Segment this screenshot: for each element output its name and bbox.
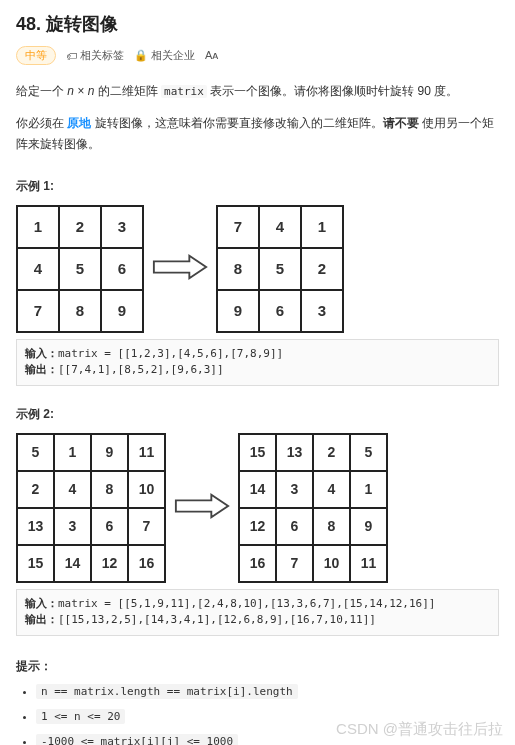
- constraint-item: 1 <= n <= 20: [36, 710, 499, 723]
- meta-tags[interactable]: 🏷 相关标签: [66, 48, 124, 63]
- n-times-n: n × n: [67, 84, 94, 98]
- output-text: [[15,13,2,5],[14,3,4,1],[12,6,8,9],[16,7…: [58, 613, 376, 626]
- desc-text: 的二维矩阵: [94, 84, 161, 98]
- matrix-cell: 7: [217, 206, 259, 248]
- tag-icon: 🏷: [66, 50, 77, 62]
- desc-text: 旋转图像，这意味着你需要直接修改输入的二维矩阵。: [91, 116, 382, 130]
- matrix-cell: 9: [91, 434, 128, 471]
- matrix-cell: 2: [59, 206, 101, 248]
- output-label: 输出：: [25, 613, 58, 626]
- matrix-cell: 3: [276, 471, 313, 508]
- meta-companies-label: 相关企业: [151, 48, 195, 63]
- matrix-cell: 4: [313, 471, 350, 508]
- arrow-icon: [152, 252, 208, 285]
- matrix-cell: 1: [301, 206, 343, 248]
- matrix-cell: 8: [59, 290, 101, 332]
- matrix-cell: 7: [276, 545, 313, 582]
- arrow-icon: [174, 491, 230, 524]
- meta-font[interactable]: Aᴀ: [205, 49, 219, 62]
- example-visual: 5191124810133671514121615132514341126891…: [16, 433, 499, 583]
- desc-text: 给定一个: [16, 84, 67, 98]
- matrix-cell: 3: [301, 290, 343, 332]
- matrix-cell: 11: [128, 434, 165, 471]
- matrix-cell: 12: [91, 545, 128, 582]
- desc-text: 表示一个图像。请你将图像顺时针旋转 90 度。: [207, 84, 458, 98]
- constraint-code: n == matrix.length == matrix[i].length: [36, 684, 298, 699]
- matrix-cell: 1: [350, 471, 387, 508]
- matrix-cell: 6: [91, 508, 128, 545]
- matrix-cell: 15: [17, 545, 54, 582]
- matrix-cell: 2: [301, 248, 343, 290]
- constraint-code: 1 <= n <= 20: [36, 709, 125, 724]
- problem-title: 48. 旋转图像: [16, 12, 118, 36]
- matrix-cell: 16: [128, 545, 165, 582]
- matrix-cell: 6: [259, 290, 301, 332]
- matrix-cell: 10: [128, 471, 165, 508]
- matrix-cell: 14: [54, 545, 91, 582]
- matrix-cell: 6: [101, 248, 143, 290]
- matrix-cell: 4: [17, 248, 59, 290]
- meta-tags-label: 相关标签: [80, 48, 124, 63]
- example-io: 输入：matrix = [[1,2,3],[4,5,6],[7,8,9]]输出：…: [16, 339, 499, 386]
- desc-bold: 请不要: [383, 116, 419, 130]
- matrix-cell: 7: [128, 508, 165, 545]
- example-io: 输入：matrix = [[5,1,9,11],[2,4,8,10],[13,3…: [16, 589, 499, 636]
- inplace-link[interactable]: 原地: [67, 116, 91, 130]
- matrix-table: 51911248101336715141216: [16, 433, 166, 583]
- matrix-cell: 12: [239, 508, 276, 545]
- matrix-cell: 16: [239, 545, 276, 582]
- matrix-cell: 1: [17, 206, 59, 248]
- meta-companies[interactable]: 🔒 相关企业: [134, 48, 195, 63]
- matrix-cell: 9: [350, 508, 387, 545]
- matrix-code: matrix: [161, 85, 207, 98]
- problem-desc-1: 给定一个 n × n 的二维矩阵 matrix 表示一个图像。请你将图像顺时针旋…: [16, 81, 499, 103]
- matrix-cell: 6: [276, 508, 313, 545]
- matrix-cell: 4: [54, 471, 91, 508]
- example-label: 示例 2:: [16, 406, 499, 423]
- matrix-cell: 8: [313, 508, 350, 545]
- input-text: matrix = [[5,1,9,11],[2,4,8,10],[13,3,6,…: [58, 597, 436, 610]
- matrix-cell: 11: [350, 545, 387, 582]
- matrix-cell: 13: [17, 508, 54, 545]
- matrix-cell: 5: [59, 248, 101, 290]
- input-text: matrix = [[1,2,3],[4,5,6],[7,8,9]]: [58, 347, 283, 360]
- matrix-cell: 15: [239, 434, 276, 471]
- matrix-cell: 14: [239, 471, 276, 508]
- constraint-item: -1000 <= matrix[i][j] <= 1000: [36, 735, 499, 745]
- difficulty-badge: 中等: [16, 46, 56, 65]
- example-visual: 123456789741852963: [16, 205, 499, 333]
- constraints-label: 提示：: [16, 658, 499, 675]
- input-label: 输入：: [25, 597, 58, 610]
- matrix-cell: 3: [54, 508, 91, 545]
- matrix-cell: 1: [54, 434, 91, 471]
- input-label: 输入：: [25, 347, 58, 360]
- constraint-code: -1000 <= matrix[i][j] <= 1000: [36, 734, 238, 745]
- lock-icon: 🔒: [134, 49, 148, 62]
- output-label: 输出：: [25, 363, 58, 376]
- matrix-cell: 13: [276, 434, 313, 471]
- matrix-cell: 5: [350, 434, 387, 471]
- matrix-cell: 3: [101, 206, 143, 248]
- matrix-cell: 7: [17, 290, 59, 332]
- matrix-cell: 5: [259, 248, 301, 290]
- matrix-cell: 9: [217, 290, 259, 332]
- matrix-cell: 8: [91, 471, 128, 508]
- output-text: [[7,4,1],[8,5,2],[9,6,3]]: [58, 363, 224, 376]
- matrix-table: 741852963: [216, 205, 344, 333]
- matrix-cell: 5: [17, 434, 54, 471]
- meta-row: 中等 🏷 相关标签 🔒 相关企业 Aᴀ: [16, 46, 499, 65]
- matrix-cell: 8: [217, 248, 259, 290]
- matrix-cell: 4: [259, 206, 301, 248]
- meta-font-label: Aᴀ: [205, 49, 219, 62]
- problem-desc-2: 你必须在 原地 旋转图像，这意味着你需要直接修改输入的二维矩阵。请不要 使用另一…: [16, 113, 499, 156]
- matrix-cell: 9: [101, 290, 143, 332]
- matrix-cell: 2: [17, 471, 54, 508]
- desc-text: 你必须在: [16, 116, 67, 130]
- matrix-cell: 2: [313, 434, 350, 471]
- constraints-list: n == matrix.length == matrix[i].length1 …: [16, 685, 499, 745]
- matrix-table: 15132514341126891671011: [238, 433, 388, 583]
- matrix-cell: 10: [313, 545, 350, 582]
- constraint-item: n == matrix.length == matrix[i].length: [36, 685, 499, 698]
- matrix-table: 123456789: [16, 205, 144, 333]
- example-label: 示例 1:: [16, 178, 499, 195]
